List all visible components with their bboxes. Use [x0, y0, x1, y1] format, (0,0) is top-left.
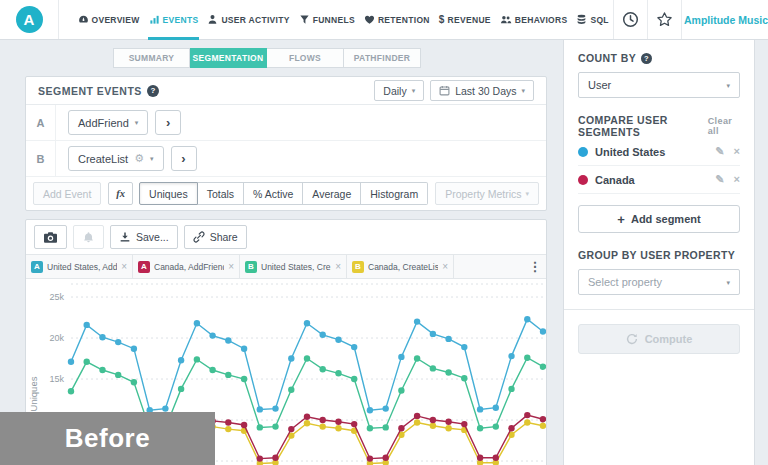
- save-label: Save...: [136, 231, 169, 243]
- project-switcher[interactable]: Amplitude Music Demo ▾: [681, 0, 768, 39]
- count-by-heading: COUNT BY ?: [578, 52, 740, 64]
- tab-flows[interactable]: FLOWS: [267, 48, 344, 68]
- amplitude-logo-icon: A: [16, 6, 43, 33]
- nav-item-events[interactable]: EVENTS: [144, 0, 203, 39]
- edit-pencil-icon[interactable]: ✎: [715, 145, 724, 158]
- tab-pathfinder[interactable]: PATHFINDER: [344, 48, 421, 68]
- series-badge: B: [352, 261, 364, 273]
- nav-item-label: OVERVIEW: [92, 15, 140, 25]
- close-icon[interactable]: ×: [228, 261, 234, 272]
- compare-segments-label: COMPARE USER SEGMENTS: [578, 114, 708, 138]
- nav-item-label: EVENTS: [163, 15, 199, 25]
- series-badge: A: [138, 261, 150, 273]
- close-icon[interactable]: ×: [121, 261, 127, 272]
- interval-value: Daily: [383, 85, 406, 97]
- snapshot-button[interactable]: [34, 225, 67, 249]
- nav-item-sql[interactable]: SQL: [572, 0, 613, 39]
- segment-actions: ✎×: [715, 145, 740, 158]
- share-button[interactable]: Share: [184, 225, 247, 249]
- property-metrics-dropdown[interactable]: Property Metrics ▾: [435, 182, 539, 205]
- count-by-select[interactable]: User ▾: [578, 72, 740, 98]
- nav-item-overview[interactable]: OVERVIEW: [73, 0, 144, 39]
- legend-chip-united-states-cre[interactable]: BUnited States, Cre...×: [240, 255, 347, 278]
- alerts-button[interactable]: [73, 225, 104, 249]
- group-by-select[interactable]: Select property ▾: [578, 269, 740, 295]
- series-badge: A: [31, 261, 43, 273]
- count-by-label: COUNT BY: [578, 52, 636, 64]
- compute-section: Compute: [564, 309, 754, 354]
- nav-item-label: USER ACTIVITY: [221, 15, 289, 25]
- metric-uniques[interactable]: Uniques: [139, 182, 198, 205]
- before-label: Before: [65, 423, 150, 454]
- y-tick-label: 20k: [49, 333, 64, 343]
- expand-event-button[interactable]: ›: [155, 110, 181, 135]
- metric-histogram[interactable]: Histogram: [361, 182, 428, 205]
- close-icon[interactable]: ×: [335, 261, 341, 272]
- tab-summary[interactable]: SUMMARY: [113, 48, 190, 68]
- segment-color-dot: [578, 147, 588, 157]
- segment-events-title: SEGMENT EVENTS: [38, 85, 142, 97]
- nav-item-label: SQL: [590, 15, 608, 25]
- metric-active[interactable]: % Active: [244, 182, 303, 205]
- legend-chip-label: United States, Add...: [47, 262, 117, 272]
- nav-item-revenue[interactable]: $REVENUE: [434, 0, 495, 39]
- nav-item-user-activity[interactable]: USER ACTIVITY: [203, 0, 294, 39]
- bar-chart-icon: [149, 14, 160, 25]
- add-segment-button[interactable]: + Add segment: [578, 205, 740, 233]
- event-row-b: BCreateList⚙▾›: [26, 141, 546, 177]
- plus-icon: +: [617, 212, 625, 227]
- chevron-down-icon: ▾: [726, 279, 730, 286]
- series-legend: AUnited States, Add...×ACanada, AddFrien…: [26, 254, 546, 279]
- segment-events-panel: SEGMENT EVENTS ? Daily ▾ Last 30 Days ▾ …: [25, 76, 547, 211]
- chevron-down-icon: ▾: [412, 87, 416, 94]
- project-name: Amplitude Music Demo: [684, 14, 768, 26]
- top-nav: A OVERVIEWEVENTSUSER ACTIVITYFUNNELSRETE…: [0, 0, 768, 40]
- legend-chip-united-states-add[interactable]: AUnited States, Add...×: [26, 255, 133, 278]
- interval-dropdown[interactable]: Daily ▾: [374, 80, 424, 101]
- add-segment-label: Add segment: [631, 213, 701, 225]
- nav-item-label: FUNNELS: [313, 15, 355, 25]
- segment-row-canada: Canada✎×: [578, 166, 740, 194]
- nav-item-funnels[interactable]: FUNNELS: [294, 0, 359, 39]
- database-icon: [576, 14, 587, 25]
- compute-button[interactable]: Compute: [578, 324, 740, 354]
- legend-chip-canada-createlist[interactable]: BCanada, CreateList×: [347, 255, 454, 278]
- nav-item-label: REVENUE: [448, 15, 491, 25]
- event-select-createlist[interactable]: CreateList⚙▾: [68, 146, 164, 171]
- metric-totals[interactable]: Totals: [198, 182, 244, 205]
- close-icon[interactable]: ×: [734, 145, 740, 158]
- legend-chip-canada-addfriend[interactable]: ACanada, AddFriend×: [133, 255, 240, 278]
- date-range-dropdown[interactable]: Last 30 Days ▾: [430, 80, 534, 101]
- event-name: AddFriend: [78, 117, 129, 129]
- clock-icon: [622, 11, 639, 28]
- save-button[interactable]: Save...: [110, 225, 178, 249]
- refresh-icon: [626, 333, 638, 345]
- amplitude-logo[interactable]: A: [0, 0, 59, 39]
- history-clock-button[interactable]: [613, 0, 647, 39]
- nav-item-behaviors[interactable]: BEHAVIORS: [495, 0, 572, 39]
- add-event-button[interactable]: Add Event: [33, 182, 101, 205]
- expand-event-button[interactable]: ›: [171, 146, 197, 171]
- nav-item-retention[interactable]: RETENTION: [359, 0, 434, 39]
- tab-segmentation[interactable]: SEGMENTATION: [190, 48, 267, 68]
- before-overlay: Before: [0, 412, 215, 465]
- nav-item-label: BEHAVIORS: [515, 15, 568, 25]
- clear-all-link[interactable]: Clear all: [708, 116, 740, 136]
- event-select-addfriend[interactable]: AddFriend▾: [68, 110, 148, 135]
- help-icon[interactable]: ?: [147, 85, 159, 97]
- edit-pencil-icon[interactable]: ✎: [715, 173, 724, 186]
- metric-average[interactable]: Average: [303, 182, 361, 205]
- close-icon[interactable]: ×: [442, 261, 448, 272]
- legend-menu-kebab-icon[interactable]: ⋮: [524, 255, 546, 278]
- y-tick-label: 15k: [49, 374, 64, 384]
- formula-button[interactable]: fx: [108, 182, 133, 205]
- segment-actions: ✎×: [715, 173, 740, 186]
- date-range-value: Last 30 Days: [455, 85, 516, 97]
- help-icon[interactable]: ?: [641, 53, 652, 64]
- row-letter: B: [26, 141, 56, 176]
- segment-events-controls: Daily ▾ Last 30 Days ▾: [374, 80, 534, 101]
- favorites-star-button[interactable]: [647, 0, 681, 39]
- count-by-value: User: [588, 79, 611, 91]
- group-by-placeholder: Select property: [588, 276, 662, 288]
- close-icon[interactable]: ×: [734, 173, 740, 186]
